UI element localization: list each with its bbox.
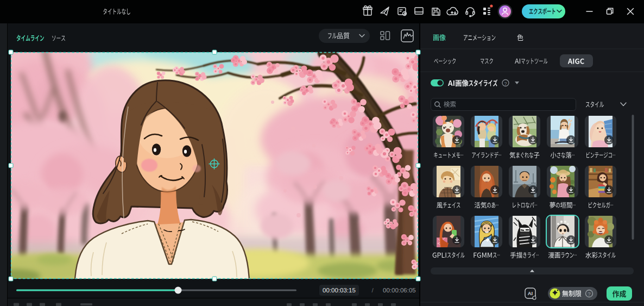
svg-text:?: ? <box>504 81 507 86</box>
svg-text:AI: AI <box>528 290 533 296</box>
svg-text:00:00:03:15: 00:00:03:15 <box>323 287 356 293</box>
svg-text:00:00:06:05: 00:00:06:05 <box>383 287 416 293</box>
svg-text:?: ? <box>588 291 590 297</box>
